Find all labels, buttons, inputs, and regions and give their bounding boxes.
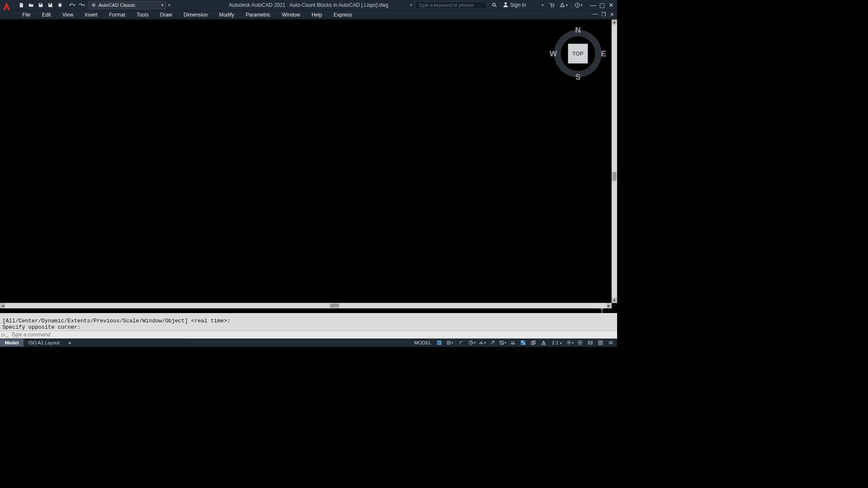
scroll-down-icon[interactable]: ▾: [612, 297, 617, 303]
status-selection-cycling-icon[interactable]: [529, 339, 538, 347]
status-isolate-icon[interactable]: [576, 339, 584, 347]
ucs-icon[interactable]: YX: [4, 274, 31, 303]
menu-modify[interactable]: Modify: [214, 11, 239, 19]
doc-minimize-button[interactable]: —: [591, 11, 599, 18]
menu-view[interactable]: View: [57, 11, 79, 19]
status-grid-icon[interactable]: [435, 339, 444, 347]
svg-point-46: [568, 342, 570, 344]
command-line[interactable]: ▷_: [0, 331, 617, 338]
search-icon[interactable]: [490, 1, 499, 9]
svg-rect-3: [59, 3, 61, 5]
menu-window[interactable]: Window: [276, 11, 306, 19]
workspace-switcher[interactable]: AutoCAD Classic ▾: [89, 1, 166, 9]
status-space[interactable]: MODEL: [412, 340, 434, 346]
tab-add-button[interactable]: +: [64, 338, 75, 347]
svg-rect-0: [39, 3, 41, 5]
status-isodraft-icon[interactable]: ▾: [478, 339, 487, 347]
menu-format[interactable]: Format: [103, 11, 131, 19]
menu-edit[interactable]: Edit: [36, 11, 56, 19]
menu-file[interactable]: File: [17, 11, 36, 19]
cart-icon[interactable]: [548, 1, 556, 9]
scroll-right-icon[interactable]: ▸: [606, 303, 612, 308]
status-annoscale[interactable]: 1:1 ▾: [549, 340, 564, 346]
status-lineweight-icon[interactable]: [509, 339, 517, 347]
brand-watermark: FreeCADfile: [483, 268, 596, 289]
menu-insert[interactable]: Insert: [79, 11, 103, 19]
qat-overflow-icon[interactable]: ▾: [168, 3, 170, 7]
scroll-up-icon[interactable]: ▴: [612, 19, 617, 25]
svg-rect-22: [98, 254, 117, 255]
svg-rect-13: [75, 184, 78, 189]
drawing-title: Auto-Count Blocks in AutoCAD [.Lisps]: [114, 47, 503, 73]
table-row: Picture8: [132, 194, 445, 223]
menu-dimension[interactable]: Dimension: [178, 11, 213, 19]
wcs-badge[interactable]: WCS▾: [578, 83, 599, 90]
col-count: Count: [341, 138, 445, 164]
qat-undo-icon[interactable]: ↶ ▾: [67, 0, 76, 9]
status-transparency-icon[interactable]: [519, 339, 528, 347]
compass-north[interactable]: N: [575, 25, 581, 35]
lsp-file-icon: LSP: [470, 114, 590, 250]
status-hardware-accel-icon[interactable]: [586, 339, 595, 347]
status-otrack-icon[interactable]: ▾: [498, 339, 507, 347]
menu-draw[interactable]: Draw: [155, 11, 178, 19]
status-osnap-icon[interactable]: [488, 339, 497, 347]
menu-parametric[interactable]: Parametric: [240, 11, 276, 19]
viewcube[interactable]: TOP: [568, 44, 588, 64]
qat-open-icon[interactable]: [27, 0, 36, 9]
name-cell: Plant: [236, 222, 341, 255]
window-title: Autodesk AutoCAD 2021 Auto-Count Blocks …: [229, 0, 388, 10]
window-minimize-button[interactable]: —: [589, 1, 597, 9]
search-input[interactable]: [415, 1, 487, 9]
svg-rect-23: [183, 241, 186, 244]
menu-express[interactable]: Express: [328, 11, 357, 19]
help-icon[interactable]: ?▾: [574, 1, 583, 9]
compass-west[interactable]: W: [550, 49, 557, 58]
status-annotation-icon[interactable]: A: [539, 339, 548, 347]
status-gear-icon[interactable]: ▾: [565, 339, 574, 347]
count-cell: 5: [341, 256, 445, 287]
preview-cell: [132, 164, 236, 194]
tab-model[interactable]: Model: [0, 339, 24, 347]
qat-saveas-icon[interactable]: [46, 0, 55, 9]
compass-east[interactable]: E: [601, 49, 606, 58]
command-input[interactable]: [11, 332, 615, 338]
window-close-button[interactable]: ✕: [607, 1, 615, 9]
qat-print-icon[interactable]: [56, 0, 64, 9]
count-cell: 8: [341, 194, 445, 223]
hscrollbar[interactable]: ◂ ▸: [0, 303, 612, 308]
table-title: Block Data: [132, 107, 445, 138]
app-logo-icon[interactable]: [0, 0, 13, 13]
svg-point-31: [450, 341, 450, 341]
user-icon: [503, 2, 509, 8]
app-exchange-icon[interactable]: ▾: [559, 1, 568, 9]
svg-point-8: [551, 7, 552, 8]
menu-help[interactable]: Help: [306, 11, 327, 19]
status-snap-icon[interactable]: ▾: [445, 339, 454, 347]
doc-restore-button[interactable]: ❐: [600, 11, 607, 18]
chevron-down-icon: ▾: [542, 3, 543, 7]
svg-rect-16: [75, 210, 78, 214]
status-polar-icon[interactable]: ▾: [467, 339, 476, 347]
nav-compass[interactable]: N E S W TOP: [551, 27, 605, 81]
tab-layout1[interactable]: ISO A1 Layout: [24, 339, 64, 347]
vscrollbar[interactable]: ▴ ▾: [612, 19, 617, 303]
qat-redo-icon[interactable]: ↷ ▾: [77, 0, 86, 9]
doc-close-button[interactable]: ✕: [608, 11, 616, 18]
qat-save-icon[interactable]: [36, 0, 45, 9]
status-clean-screen-icon[interactable]: [596, 339, 605, 347]
svg-point-6: [492, 3, 495, 6]
window-maximize-button[interactable]: ▢: [598, 1, 606, 9]
signin-button[interactable]: Sign In ▾: [502, 2, 545, 8]
status-customize-icon[interactable]: [606, 339, 615, 347]
infocenter-chevron-icon[interactable]: ▾: [410, 3, 412, 7]
qat-new-icon[interactable]: [17, 0, 26, 9]
name-cell: Chair: [236, 164, 341, 194]
preview-cell: [132, 256, 236, 287]
scroll-left-icon[interactable]: ◂: [0, 303, 6, 308]
status-ortho-icon[interactable]: [457, 339, 466, 347]
block-data-table: Block Data Preview Block Name Count Chai…: [132, 107, 445, 287]
svg-rect-44: [533, 341, 535, 344]
compass-south[interactable]: S: [575, 72, 580, 82]
menu-tools[interactable]: Tools: [131, 11, 154, 19]
